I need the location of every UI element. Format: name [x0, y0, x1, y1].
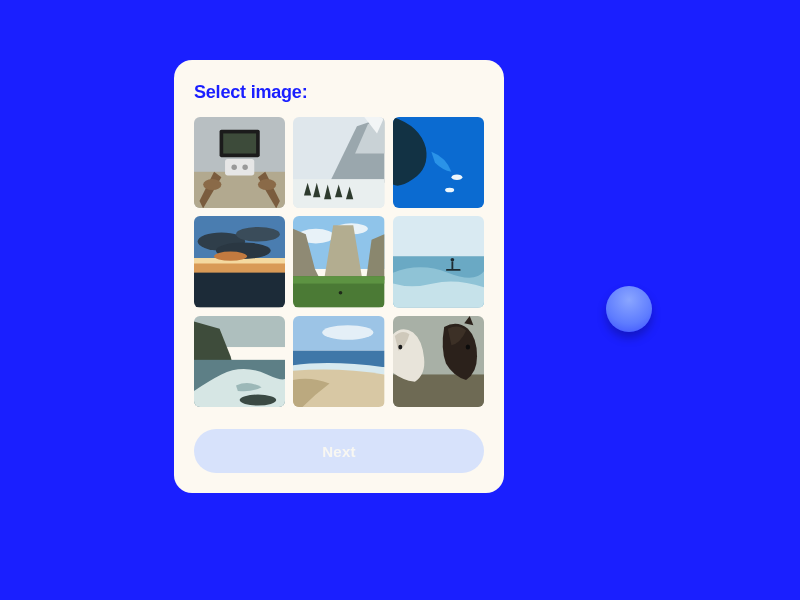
image-option-sandy-beach[interactable] — [293, 316, 384, 407]
drone-pov-icon — [194, 117, 285, 208]
svg-rect-23 — [194, 267, 285, 307]
svg-point-6 — [242, 164, 247, 169]
sunset-clouds-icon — [194, 216, 285, 307]
horses-icon — [393, 316, 484, 407]
image-picker-card: Select image: — [174, 60, 504, 493]
svg-point-54 — [465, 344, 469, 349]
svg-point-20 — [451, 175, 462, 180]
svg-point-47 — [240, 394, 277, 405]
svg-point-8 — [258, 179, 276, 190]
image-option-drone-pov[interactable] — [194, 117, 285, 208]
image-option-rocky-shore[interactable] — [194, 316, 285, 407]
svg-point-27 — [236, 227, 280, 242]
next-button[interactable]: Next — [194, 429, 484, 473]
svg-rect-4 — [225, 159, 254, 175]
svg-point-21 — [445, 188, 454, 193]
svg-rect-37 — [293, 277, 384, 284]
svg-rect-43 — [446, 269, 461, 271]
surfer-wave-icon — [393, 216, 484, 307]
rocky-shore-icon — [194, 316, 285, 407]
svg-rect-41 — [451, 262, 453, 269]
svg-point-7 — [203, 179, 221, 190]
image-option-snow-mountain[interactable] — [293, 117, 384, 208]
valley-cliffs-icon — [293, 216, 384, 307]
image-grid — [194, 117, 484, 407]
image-option-blue-bay[interactable] — [393, 117, 484, 208]
svg-rect-39 — [393, 216, 484, 256]
card-title: Select image: — [194, 82, 484, 103]
svg-rect-3 — [223, 133, 256, 153]
decorative-bubble — [606, 286, 652, 332]
svg-point-53 — [398, 344, 402, 349]
svg-point-29 — [214, 252, 247, 261]
blue-bay-icon — [393, 117, 484, 208]
image-option-sunset-clouds[interactable] — [194, 216, 285, 307]
sandy-beach-icon — [293, 316, 384, 407]
image-option-valley-cliffs[interactable] — [293, 216, 384, 307]
svg-point-49 — [323, 325, 374, 340]
svg-point-42 — [450, 258, 454, 262]
image-option-horses[interactable] — [393, 316, 484, 407]
svg-point-38 — [339, 291, 343, 295]
snow-mountain-icon — [293, 117, 384, 208]
svg-point-5 — [231, 164, 236, 169]
image-option-surfer-wave[interactable] — [393, 216, 484, 307]
